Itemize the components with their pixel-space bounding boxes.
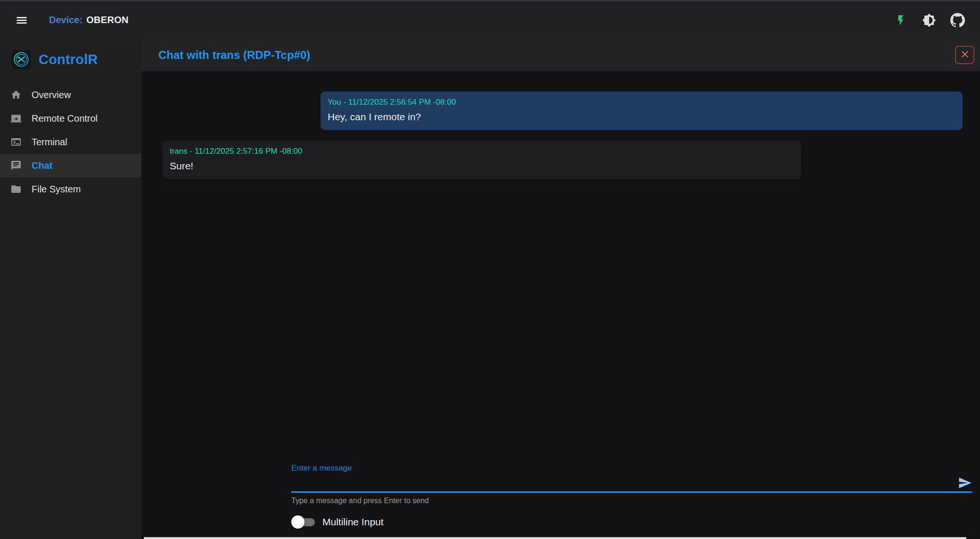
device-label: Device:: [49, 15, 82, 25]
topbar-actions: [889, 9, 969, 32]
sidebar: ControlR OverviewRemote ControlTerminalC…: [0, 39, 141, 539]
message-input[interactable]: [291, 475, 955, 491]
github-button[interactable]: [946, 9, 969, 32]
sidebar-item-label: Overview: [32, 90, 71, 100]
send-button[interactable]: [955, 475, 972, 491]
sidebar-nav: OverviewRemote ControlTerminalChatFile S…: [0, 83, 141, 201]
brand-link[interactable]: ControlR: [0, 39, 141, 71]
sidebar-item-label: Terminal: [32, 137, 67, 148]
controlr-logo-icon: [12, 50, 31, 69]
chat-message-text: Sure!: [170, 160, 794, 172]
lightning-bolt-icon: [895, 14, 907, 26]
sidebar-item-label: File System: [32, 184, 81, 195]
sidebar-item-terminal[interactable]: Terminal: [0, 130, 141, 154]
device-indicator: Device: OBERON: [49, 15, 129, 25]
chat-message-meta: You - 11/12/2025 2:56:54 PM -08:00: [328, 98, 955, 107]
chat-panel: Chat with trans (RDP-Tcp#0) You - 11/12/…: [141, 39, 980, 539]
menu-icon: [15, 14, 28, 27]
horizontal-scrollbar: [144, 537, 966, 539]
message-input-label: Enter a message: [291, 464, 972, 473]
terminal-icon: [10, 136, 22, 148]
close-chat-button[interactable]: [955, 46, 974, 64]
multiline-toggle-row: Multiline Input: [291, 512, 972, 532]
close-icon: [959, 49, 971, 61]
sidebar-item-chat[interactable]: Chat: [0, 154, 141, 177]
screen-share-icon: [10, 113, 22, 124]
sidebar-item-remote-control[interactable]: Remote Control: [0, 107, 141, 130]
sidebar-item-overview[interactable]: Overview: [0, 83, 141, 107]
device-name: OBERON: [86, 15, 129, 25]
brand-name: ControlR: [39, 52, 98, 67]
folder-icon: [10, 183, 22, 195]
home-icon: [10, 89, 22, 100]
multiline-toggle-label: Multiline Input: [322, 516, 384, 528]
chat-message-bubble: trans - 11/12/2025 2:57:16 PM -08:00Sure…: [163, 141, 801, 179]
chat-message-text: Hey, can I remote in?: [328, 111, 955, 123]
top-app-bar: Device: OBERON: [0, 1, 980, 39]
chat-icon: [10, 160, 22, 171]
chat-header: Chat with trans (RDP-Tcp#0): [141, 39, 980, 71]
sidebar-item-label: Remote Control: [32, 113, 98, 124]
app-window: Device: OBERON: [0, 0, 980, 539]
message-composer: Enter a message Type a message and press…: [291, 464, 972, 532]
chat-message-bubble: You - 11/12/2025 2:56:54 PM -08:00Hey, c…: [321, 91, 963, 130]
menu-button[interactable]: [10, 9, 33, 32]
theme-toggle-button[interactable]: [918, 9, 940, 32]
sidebar-item-file-system[interactable]: File System: [0, 177, 141, 201]
multiline-toggle[interactable]: [291, 515, 315, 529]
chat-message-meta: trans - 11/12/2025 2:57:16 PM -08:00: [170, 147, 794, 156]
send-icon: [958, 476, 972, 491]
message-input-row: [291, 474, 972, 493]
brightness-icon: [922, 13, 936, 27]
message-input-helper: Type a message and press Enter to send: [291, 497, 972, 506]
power-status-button[interactable]: [889, 9, 912, 32]
chat-title: Chat with trans (RDP-Tcp#0): [158, 49, 310, 62]
github-icon: [950, 13, 965, 27]
toggle-thumb: [291, 515, 305, 529]
sidebar-item-label: Chat: [32, 160, 52, 171]
